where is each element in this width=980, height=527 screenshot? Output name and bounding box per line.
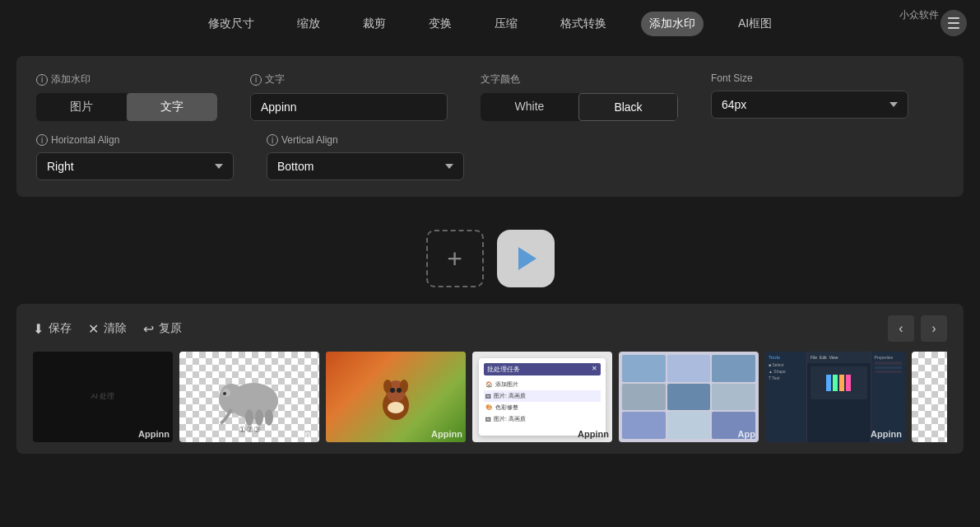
text-info-icon: i [250,74,262,86]
nav-arrows: ‹ › [888,315,947,342]
svg-point-3 [245,409,253,426]
thumb-5-color-strips [826,375,851,391]
thumbnail-1[interactable]: ①②③ inn [179,352,319,442]
thumb-5-watermark: Appinn [871,429,902,439]
bottom-toolbar: ⬇ 保存 ✕ 清除 ↩ 复原 ‹ › [33,315,947,342]
h-align-info-icon: i [36,134,48,146]
v-align-label: i Vertical Align [267,134,464,146]
options-row-1: i 添加水印 图片 文字 i 文字 文字颜色 White Black [36,72,944,121]
v-align-value: Bottom [277,160,314,173]
watermark-text-input[interactable] [250,93,448,121]
nav-item-resize[interactable]: 修改尺寸 [200,12,262,36]
save-button[interactable]: ⬇ 保存 [33,321,72,337]
font-size-value: 64px [722,98,746,111]
thumbnail-6[interactable] [912,352,947,442]
next-arrow-button[interactable]: › [921,315,947,342]
nav-item-convert[interactable]: 格式转换 [552,12,615,36]
restore-icon: ↩ [143,321,154,337]
nav-item-watermark[interactable]: 添加水印 [641,12,704,36]
font-size-label: Font Size [711,72,944,84]
save-icon: ⬇ [33,321,44,337]
clear-label: 清除 [104,321,127,336]
nav-item-ai-sketch[interactable]: AI框图 [730,12,780,36]
thumbnail-4[interactable]: App [619,352,759,442]
watermark-type-toggle: 图片 文字 [36,93,217,121]
h-align-label: i Horizontal Align [36,134,234,146]
h-align-dropdown[interactable]: Right [36,152,234,180]
options-panel: i 添加水印 图片 文字 i 文字 文字颜色 White Black [16,56,964,197]
prev-arrow-button[interactable]: ‹ [888,315,914,342]
h-align-chevron-icon [215,164,223,169]
h-align-group: i Horizontal Align Right [36,134,234,180]
font-size-group: Font Size 64px [711,72,944,119]
menu-button[interactable] [941,10,967,36]
menu-line-1 [948,17,959,19]
options-row-2: i Horizontal Align Right i Vertical Alig… [36,134,944,180]
thumb-2-watermark: Appinn [431,429,462,439]
thumb-1-annotation: ①②③ [239,425,261,434]
thumb-5-sidebar: Tools ■ Select ▲ Shape T Text [765,352,807,442]
thumbnails-row: AI 处理 Appinn ①②③ [33,352,947,442]
thumb-1-watermark: inn [303,429,317,439]
v-align-info-icon: i [267,134,278,146]
play-icon [518,247,536,270]
thumb-3-watermark: Appinn [578,429,609,439]
upload-button[interactable]: + [426,230,484,287]
text-input-group: i 文字 [250,72,448,121]
thumb-3-row1: 🏠添加图片 [484,379,601,390]
thumb-4-watermark: App [738,429,755,439]
menu-line-3 [948,27,959,29]
thumbnail-2[interactable]: Appinn [326,352,466,442]
run-button[interactable] [497,230,555,287]
thumb-3-row3: 🎨色彩修整 [484,402,601,413]
thumbnail-3[interactable]: 批处理任务✕ 🏠添加图片 🖼图片: 高画质 🎨色彩修整 🖼图片: 高画质 App… [472,352,612,442]
clear-icon: ✕ [88,321,99,337]
watermark-type-label: i 添加水印 [36,72,217,86]
text-color-group: 文字颜色 White Black [481,72,678,121]
save-label: 保存 [49,321,72,336]
thumbnail-5[interactable]: Tools ■ Select ▲ Shape T Text File Edit … [765,352,905,442]
nav-item-crop[interactable]: 裁剪 [355,12,394,36]
watermark-image-btn[interactable]: 图片 [36,93,127,121]
restore-label: 复原 [159,321,182,336]
bottom-panel: ⬇ 保存 ✕ 清除 ↩ 复原 ‹ › AI 处理 Appinn [16,304,964,454]
watermark-text-btn[interactable]: 文字 [127,93,217,121]
font-size-chevron-icon [889,102,898,107]
app-brand-label: 小众软件 [899,8,939,22]
svg-point-1 [219,384,244,413]
thumb-5-main: File Edit View [807,352,871,442]
svg-point-12 [397,388,402,393]
svg-point-4 [255,409,263,426]
thumb-5-header: File Edit View [807,352,871,363]
v-align-dropdown[interactable]: Bottom [267,152,464,180]
svg-point-13 [388,402,404,413]
menu-line-2 [948,22,959,24]
watermark-info-icon: i [36,74,48,86]
elephant-icon [208,364,290,430]
h-align-value: Right [47,160,74,173]
thumbnail-0[interactable]: AI 处理 Appinn [33,352,173,442]
thumb-3-row2: 🖼图片: 高画质 [484,390,601,402]
thumb-3-title: 批处理任务✕ [484,363,601,375]
svg-point-5 [265,409,273,426]
text-label: i 文字 [250,72,448,86]
svg-point-6 [223,392,226,395]
action-area: + [0,205,980,304]
thumb-0-watermark: Appinn [138,429,170,439]
main-nav: 修改尺寸 缩放 裁剪 变换 压缩 格式转换 添加水印 AI框图 [200,12,780,36]
watermark-type-group: i 添加水印 图片 文字 [36,72,217,121]
v-align-group: i Vertical Align Bottom [267,134,464,180]
thumb-5-canvas [810,366,867,399]
font-size-dropdown[interactable]: 64px [711,91,908,119]
clear-button[interactable]: ✕ 清除 [88,321,127,337]
top-bar: 修改尺寸 缩放 裁剪 变换 压缩 格式转换 添加水印 AI框图 小众软件 [0,0,980,48]
thumb-3-row4: 🖼图片: 高画质 [484,413,601,425]
color-white-btn[interactable]: White [481,93,578,121]
nav-item-transform[interactable]: 变换 [420,12,460,36]
color-black-btn[interactable]: Black [578,93,678,121]
nav-item-scale[interactable]: 缩放 [289,12,328,36]
v-align-chevron-icon [445,164,453,169]
restore-button[interactable]: ↩ 复原 [143,321,182,337]
plus-icon: + [447,245,462,272]
nav-item-compress[interactable]: 压缩 [486,12,526,36]
